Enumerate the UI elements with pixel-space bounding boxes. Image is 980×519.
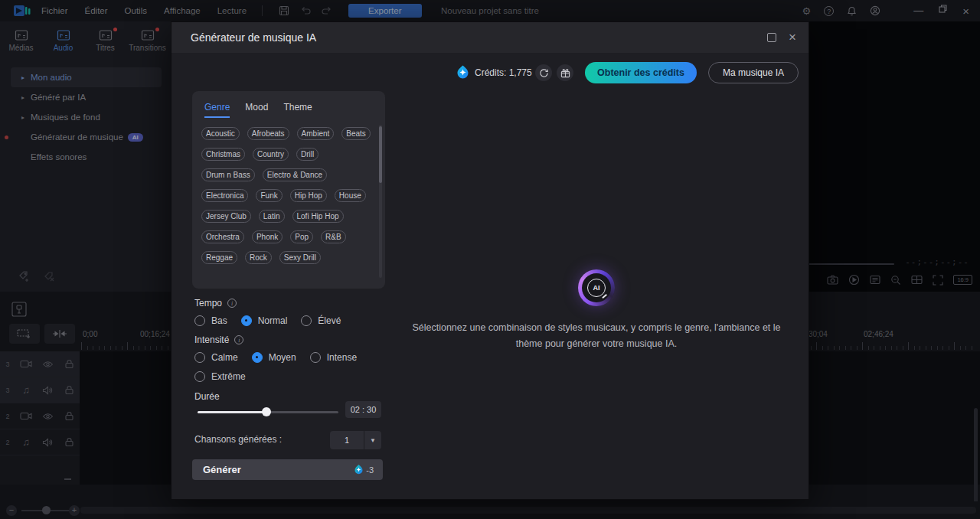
style-tabs: GenreMoodTheme xyxy=(204,102,377,118)
genre-chip[interactable]: Electronica xyxy=(201,189,248,202)
duration-value: 02 : 30 xyxy=(345,401,381,418)
intensity-radio-option[interactable]: Calme xyxy=(194,352,238,363)
slider-fill xyxy=(198,411,266,413)
genre-chip[interactable]: Lofi Hip Hop xyxy=(292,210,344,223)
filmora-app: FichierÉditerOutilsAffichageLecture Expo… xyxy=(0,0,980,519)
songs-count-value: 1 xyxy=(330,436,364,445)
get-credits-button[interactable]: Obtenir des crédits xyxy=(585,62,697,83)
radio-label: Élevé xyxy=(318,315,341,326)
generate-label: Générer xyxy=(203,464,353,475)
genre-chip[interactable]: Christmas xyxy=(201,148,245,161)
ai-logo-text: AI xyxy=(587,279,606,297)
style-tab[interactable]: Theme xyxy=(283,102,312,118)
duration-slider[interactable] xyxy=(198,407,338,416)
radio-icon[interactable] xyxy=(241,315,252,326)
style-selector-card: GenreMoodTheme AcousticAfrobeatsAmbientB… xyxy=(192,91,385,289)
songs-count-dropdown[interactable]: 1 ▼ xyxy=(330,431,381,449)
radio-icon[interactable] xyxy=(194,371,205,382)
intensity-radio-option[interactable]: Extrême xyxy=(194,371,246,382)
gift-rewards-button[interactable] xyxy=(557,64,573,81)
chevron-down-icon: ▼ xyxy=(364,437,381,444)
radio-label: Extrême xyxy=(211,371,246,382)
refresh-credits-button[interactable] xyxy=(535,64,552,81)
genre-chip[interactable]: Rock xyxy=(245,251,272,264)
genre-chip[interactable]: Jersey Club xyxy=(201,210,251,223)
genre-chip[interactable]: Electro & Dance xyxy=(263,168,327,181)
songs-generated-label: Chansons générées : xyxy=(194,434,282,445)
intensity-radio-option[interactable]: Moyen xyxy=(252,352,296,363)
style-tab[interactable]: Mood xyxy=(245,102,268,118)
tempo-section-label: Tempoi xyxy=(194,298,237,308)
tempo-radio-option[interactable]: Normal xyxy=(241,315,288,326)
genre-chip[interactable]: Sexy Drill xyxy=(279,251,321,264)
genre-chip[interactable]: R&B xyxy=(321,230,346,243)
ai-music-generator-modal: Générateur de musique IA × Crédits: 1,77… xyxy=(171,21,809,500)
genre-chip[interactable]: Latin xyxy=(259,210,285,223)
radio-icon[interactable] xyxy=(310,352,321,363)
radio-label: Bas xyxy=(211,315,227,326)
genre-chip[interactable]: Funk xyxy=(256,189,282,202)
radio-icon[interactable] xyxy=(194,315,205,326)
genre-chip[interactable]: Country xyxy=(253,148,289,161)
genre-chip[interactable]: Drum n Bass xyxy=(201,168,255,181)
intensity-section-label: Intensitéi xyxy=(194,335,243,345)
radio-icon[interactable] xyxy=(301,315,312,326)
genre-chip[interactable]: Phonk xyxy=(252,230,283,243)
my-ai-music-button[interactable]: Ma musique IA xyxy=(708,62,799,83)
radio-label: Intense xyxy=(327,352,357,363)
radio-label: Calme xyxy=(211,352,238,363)
tempo-radio-option[interactable]: Élevé xyxy=(301,315,341,326)
credits-row: Crédits: 1,775 Obtenir des crédits Ma mu… xyxy=(172,62,810,83)
intensity-options-row2: Extrême xyxy=(194,371,246,382)
radio-icon[interactable] xyxy=(252,352,263,363)
genre-chip[interactable]: House xyxy=(335,189,366,202)
card-scrollbar-thumb[interactable] xyxy=(379,126,382,183)
close-modal-button[interactable]: × xyxy=(789,33,796,42)
tempo-radio-option[interactable]: Bas xyxy=(194,315,227,326)
genre-chip[interactable]: Reggae xyxy=(201,251,237,264)
intensity-options-row1: Calme Moyen Intense xyxy=(194,352,357,363)
genre-chip[interactable]: Afrobeats xyxy=(247,127,289,140)
genre-chip[interactable]: Orchestra xyxy=(201,230,244,243)
genre-chip[interactable]: Drill xyxy=(296,148,318,161)
genre-chip[interactable]: Acoustic xyxy=(201,127,240,140)
intensity-info-icon[interactable]: i xyxy=(234,335,243,344)
generate-button[interactable]: Générer -3 xyxy=(192,459,383,480)
generate-cost: -3 xyxy=(353,464,374,475)
credits-balance: Crédits: 1,775 xyxy=(475,67,532,78)
tempo-options: Bas Normal Élevé xyxy=(194,315,341,326)
generator-hint-text: Sélectionnez une combinaison de styles m… xyxy=(405,320,788,352)
tempo-info-icon[interactable]: i xyxy=(227,299,237,308)
genre-chip[interactable]: Pop xyxy=(290,230,313,243)
genre-chip[interactable]: Ambient xyxy=(297,127,335,140)
genre-chip[interactable]: Hip Hop xyxy=(290,189,327,202)
radio-icon[interactable] xyxy=(194,352,205,363)
genre-chip-list: AcousticAfrobeatsAmbientBeatsChristmasCo… xyxy=(201,127,373,264)
style-tab[interactable]: Genre xyxy=(204,102,230,118)
modal-header: Générateur de musique IA × xyxy=(172,22,808,53)
ai-logo: AI xyxy=(578,269,615,306)
intensity-radio-option[interactable]: Intense xyxy=(310,352,357,363)
modal-title: Générateur de musique IA xyxy=(191,31,316,44)
radio-label: Normal xyxy=(258,315,288,326)
maximize-modal-button[interactable] xyxy=(767,33,776,42)
radio-label: Moyen xyxy=(269,352,296,363)
genre-chip[interactable]: Beats xyxy=(341,127,371,140)
slider-thumb[interactable] xyxy=(262,407,271,416)
credits-drop-icon xyxy=(455,64,471,80)
duration-section-label: Durée xyxy=(194,391,220,402)
